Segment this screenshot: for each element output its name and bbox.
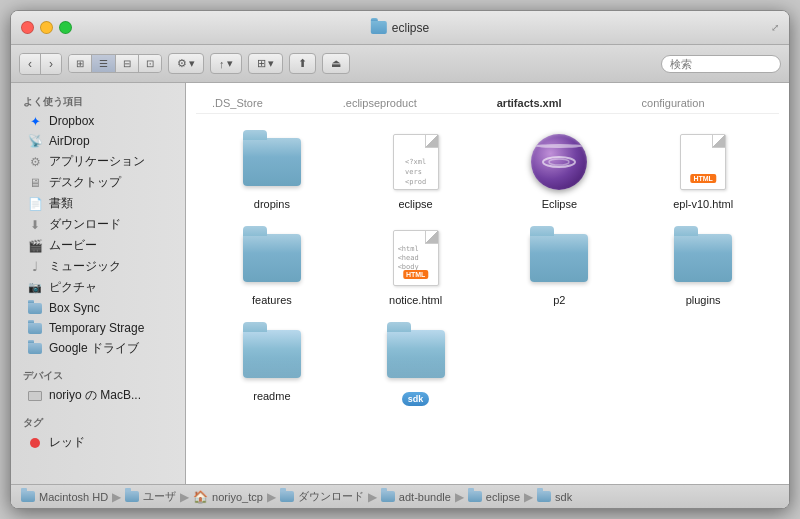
toolbar: ‹ › ⊞ ☰ ⊟ ⊡ ⚙ ▾ ↑ ▾ ⊞ ▾ ⬆ ⏏ [11,45,789,83]
folder-icon-plugins [671,226,735,290]
sidebar-item-label: Google ドライブ [49,340,139,357]
forward-button[interactable]: › [41,54,61,74]
sdk-bc-folder-icon [537,491,551,502]
sidebar-item-movies[interactable]: 🎬 ムービー [11,235,185,256]
file-item-notice-html[interactable]: <html<head<body HTML notice.html [344,218,488,314]
main-area: よく使う項目 ✦ Dropbox 📡 AirDrop ⚙ アプリケーション [11,83,789,484]
sidebar-item-music[interactable]: ♩ ミュージック [11,256,185,277]
sidebar-item-downloads[interactable]: ⬇ ダウンロード [11,214,185,235]
devices-label: デバイス [11,365,185,385]
action-chevron: ▾ [189,57,195,70]
sidebar-item-pictures[interactable]: 📷 ピクチャ [11,277,185,298]
minimize-button[interactable] [40,21,53,34]
file-item-p2[interactable]: p2 [488,218,632,314]
gear-icon: ⚙ [177,57,187,70]
file-item-eclipse[interactable]: <?xmlvers<prod eclipse [344,122,488,218]
sidebar-item-label: Box Sync [49,301,100,315]
sidebar-item-macbook[interactable]: noriyo の MacB... [11,385,185,406]
arrange-button[interactable]: ⊞ ▾ [248,53,283,74]
bc-sdk-label: sdk [555,491,572,503]
share2-button[interactable]: ⬆ [289,53,316,74]
airdrop-icon: 📡 [27,133,43,149]
file-item-readme[interactable]: readme [200,314,344,414]
close-button[interactable] [21,21,34,34]
share-chevron: ▾ [227,57,233,70]
content-area: .DS_Store .eclipseproduct artifacts.xml … [186,83,789,484]
breadcrumb-downloads[interactable]: ダウンロード [280,489,364,504]
file-configuration[interactable]: configuration [642,97,705,109]
view-column-button[interactable]: ⊟ [116,55,139,72]
breadcrumb-adt[interactable]: adt-bundle [381,491,451,503]
search-input[interactable] [661,55,781,73]
red-tag-icon [27,435,43,451]
sidebar: よく使う項目 ✦ Dropbox 📡 AirDrop ⚙ アプリケーション [11,83,186,484]
desktop-icon: 🖥 [27,175,43,191]
sidebar-item-airdrop[interactable]: 📡 AirDrop [11,131,185,151]
top-files-row: .DS_Store .eclipseproduct artifacts.xml … [196,93,779,114]
title-folder-icon [371,21,387,34]
breadcrumb-user[interactable]: ユーザ [125,489,176,504]
googledrive-icon [27,341,43,357]
file-label-features: features [252,294,292,306]
sidebar-item-label: デスクトップ [49,174,121,191]
bc-dl-label: ダウンロード [298,489,364,504]
svg-point-1 [549,159,569,165]
sidebar-item-docs[interactable]: 📄 書類 [11,193,185,214]
sidebar-item-label: レッド [49,434,85,451]
bc-noriyo-label: noriyo_tcp [212,491,263,503]
titlebar: eclipse ⤢ [11,11,789,45]
bc-eclipse-label: eclipse [486,491,520,503]
sidebar-item-label: ムービー [49,237,97,254]
eclipse-app-icon [531,134,587,190]
share2-icon: ⬆ [298,57,307,70]
window-title: eclipse [371,21,429,35]
laptop-icon [27,388,43,404]
view-list-button[interactable]: ☰ [92,55,116,72]
maximize-button[interactable] [59,21,72,34]
breadcrumb-noriyo[interactable]: 🏠 noriyo_tcp [193,490,263,504]
sidebar-item-dropbox[interactable]: ✦ Dropbox [11,111,185,131]
folder-icon-features [240,226,304,290]
file-artifacts[interactable]: artifacts.xml [497,97,562,109]
file-item-dropins[interactable]: dropins [200,122,344,218]
sidebar-item-label: ミュージック [49,258,121,275]
sidebar-item-tempstrage[interactable]: Temporary Strage [11,318,185,338]
sidebar-item-googledrive[interactable]: Google ドライブ [11,338,185,359]
share-button[interactable]: ↑ ▾ [210,53,242,74]
file-item-sdk[interactable]: sdk sdk [344,314,488,414]
breadcrumb-hd[interactable]: Macintosh HD [21,491,108,503]
file-icon-epl: HTML [671,130,735,194]
folder-icon-readme [240,322,304,386]
sidebar-item-red-tag[interactable]: レッド [11,432,185,453]
tempstrage-icon [27,320,43,336]
breadcrumb-eclipse-bc[interactable]: eclipse [468,491,520,503]
file-icon-eclipse: <?xmlvers<prod [384,130,448,194]
sidebar-item-desktop[interactable]: 🖥 デスクトップ [11,172,185,193]
breadcrumb-sdk-bc[interactable]: sdk [537,491,572,503]
finder-window: eclipse ⤢ ‹ › ⊞ ☰ ⊟ ⊡ ⚙ ▾ ↑ ▾ ⊞ ▾ ⬆ [10,10,790,509]
sidebar-item-label: noriyo の MacB... [49,387,141,404]
resize-icon[interactable]: ⤢ [771,22,779,33]
back-button[interactable]: ‹ [20,54,41,74]
app-icon-eclipse [527,130,591,194]
file-item-features[interactable]: features [200,218,344,314]
view-cover-button[interactable]: ⊡ [139,55,161,72]
file-item-plugins[interactable]: plugins [631,218,775,314]
bc-sep-6: ▶ [524,490,533,504]
file-ds-store[interactable]: .DS_Store [212,97,263,109]
arrange-chevron: ▾ [268,57,274,70]
sidebar-item-boxsync[interactable]: Box Sync [11,298,185,318]
file-eclipseproduct[interactable]: .eclipseproduct [343,97,417,109]
action-button[interactable]: ⚙ ▾ [168,53,204,74]
tags-label: タグ [11,412,185,432]
file-item-epl-html[interactable]: HTML epl-v10.html [631,122,775,218]
bc-sep-2: ▶ [180,490,189,504]
bc-adt-label: adt-bundle [399,491,451,503]
sidebar-item-label: Dropbox [49,114,94,128]
sidebar-item-applications[interactable]: ⚙ アプリケーション [11,151,185,172]
file-item-eclipse-app[interactable]: Eclipse [488,122,632,218]
view-icon-button[interactable]: ⊞ [69,55,92,72]
title-label: eclipse [392,21,429,35]
eject-button[interactable]: ⏏ [322,53,350,74]
music-icon: ♩ [27,259,43,275]
